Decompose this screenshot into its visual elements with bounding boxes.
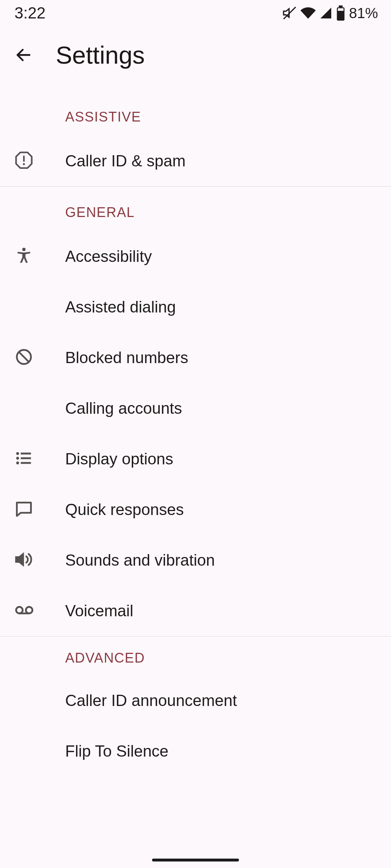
item-label: Sounds and vibration xyxy=(65,551,215,569)
item-label: Calling accounts xyxy=(65,399,182,417)
status-bar: 3:22 81% xyxy=(0,0,391,26)
svg-point-7 xyxy=(23,163,25,165)
item-display-options[interactable]: Display options xyxy=(0,434,391,484)
item-sounds-vibration[interactable]: Sounds and vibration xyxy=(0,535,391,586)
svg-point-8 xyxy=(22,248,26,251)
item-quick-responses[interactable]: Quick responses xyxy=(0,484,391,535)
item-flip-to-silence[interactable]: Flip To Silence xyxy=(0,726,391,776)
item-voicemail[interactable]: Voicemail xyxy=(0,586,391,636)
svg-rect-3 xyxy=(338,8,344,11)
app-bar: Settings xyxy=(0,26,391,84)
volume-icon xyxy=(14,550,33,570)
item-label: Blocked numbers xyxy=(65,349,188,367)
nav-handle[interactable] xyxy=(152,859,239,861)
svg-point-12 xyxy=(16,457,19,460)
list-icon xyxy=(14,449,33,469)
status-time: 3:22 xyxy=(14,4,46,22)
item-label: Display options xyxy=(65,450,173,468)
svg-point-13 xyxy=(16,461,19,464)
item-label: Accessibility xyxy=(65,247,152,265)
item-caller-id-announcement[interactable]: Caller ID announcement xyxy=(0,675,391,726)
item-label: Caller ID & spam xyxy=(65,152,186,170)
item-label: Caller ID announcement xyxy=(65,692,237,710)
settings-content: ASSISTIVE Caller ID & spam GENERAL Acces… xyxy=(0,84,391,776)
mute-icon xyxy=(282,6,297,20)
block-icon xyxy=(14,348,33,368)
item-label: Assisted dialing xyxy=(65,298,176,316)
alert-octagon-icon xyxy=(14,151,33,171)
accessibility-icon xyxy=(14,246,33,267)
item-caller-id-spam[interactable]: Caller ID & spam xyxy=(0,136,391,186)
item-label: Voicemail xyxy=(65,602,133,620)
battery-icon xyxy=(336,5,345,21)
item-blocked-numbers[interactable]: Blocked numbers xyxy=(0,332,391,383)
battery-percent: 81% xyxy=(349,5,378,21)
section-header-general: GENERAL xyxy=(0,187,391,231)
item-label: Flip To Silence xyxy=(65,742,168,760)
section-header-assistive: ASSISTIVE xyxy=(0,91,391,136)
status-right: 81% xyxy=(282,5,378,21)
svg-rect-15 xyxy=(21,457,31,459)
svg-rect-14 xyxy=(21,452,31,454)
wifi-icon xyxy=(300,5,316,21)
svg-point-18 xyxy=(26,607,33,613)
page-title: Settings xyxy=(56,41,145,69)
svg-point-11 xyxy=(16,452,19,455)
message-icon xyxy=(14,499,33,520)
cell-signal-icon xyxy=(319,7,332,20)
item-assisted-dialing[interactable]: Assisted dialing xyxy=(0,282,391,332)
svg-point-17 xyxy=(16,607,23,613)
svg-rect-1 xyxy=(339,5,343,7)
voicemail-icon xyxy=(14,600,34,621)
back-button[interactable] xyxy=(14,46,33,64)
item-calling-accounts[interactable]: Calling accounts xyxy=(0,383,391,434)
svg-line-10 xyxy=(19,352,29,362)
item-label: Quick responses xyxy=(65,501,184,519)
item-accessibility[interactable]: Accessibility xyxy=(0,231,391,282)
svg-rect-16 xyxy=(21,462,31,464)
section-header-advanced: ADVANCED xyxy=(0,637,391,675)
arrow-back-icon xyxy=(14,46,33,64)
